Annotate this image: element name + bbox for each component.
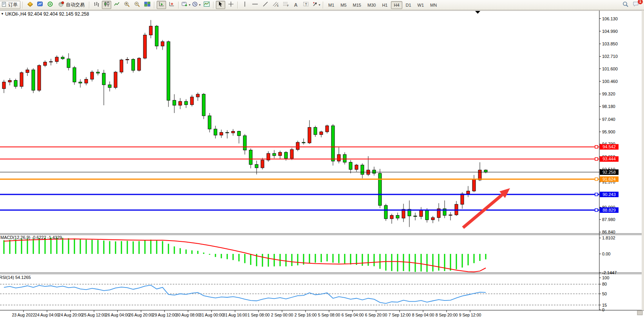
chart-title: ▼ UKOil-,H4 92.404 92.404 92.145 92.258 xyxy=(1,11,89,17)
svg-text:25 Aug 12:00: 25 Aug 12:00 xyxy=(82,313,106,317)
svg-text:1.8102: 1.8102 xyxy=(602,236,615,240)
horizontal-level-lines[interactable] xyxy=(0,146,599,212)
svg-text:93.444: 93.444 xyxy=(602,156,616,161)
auto-scroll-button[interactable] xyxy=(157,1,166,9)
svg-text:90.243: 90.243 xyxy=(602,192,616,197)
line-chart-mode-button[interactable] xyxy=(112,1,121,9)
chart-collapse-icon[interactable]: ▼ xyxy=(1,12,4,16)
rsi-pane: 1008050150 xyxy=(0,275,609,312)
zoom-in-button[interactable] xyxy=(122,1,132,9)
vertical-line-tool[interactable] xyxy=(240,1,250,9)
macd-values: -0.6222 -1.4329 xyxy=(31,235,62,240)
timeframe-MN[interactable]: MN xyxy=(427,1,440,9)
zoom-in-icon xyxy=(124,1,130,9)
horizontal-line-tool[interactable] xyxy=(250,1,260,9)
timeframe-switcher: M1M5M15M30H1H4D1W1MN xyxy=(325,1,440,9)
svg-text:26 Aug 04:00: 26 Aug 04:00 xyxy=(105,313,130,317)
indicators-button[interactable] xyxy=(202,1,211,9)
separator xyxy=(237,2,238,9)
arrows-tool[interactable]: ▾ xyxy=(311,1,321,9)
svg-text:2 Sep 16:00: 2 Sep 16:00 xyxy=(295,313,317,317)
svg-text:T: T xyxy=(305,2,307,6)
rsi-indicator-label: RSI(14) 54.1265 xyxy=(0,275,31,280)
svg-text:0.00: 0.00 xyxy=(602,252,610,256)
candlestick-icon xyxy=(104,1,110,9)
chart-shift-button[interactable] xyxy=(167,1,176,9)
text-icon: A xyxy=(294,2,298,8)
timeframe-M30[interactable]: M30 xyxy=(365,1,378,9)
svg-text:26 Aug 20:00: 26 Aug 20:00 xyxy=(129,313,153,317)
separator xyxy=(323,2,324,9)
chart-area[interactable]: 106.130104.990103.850102.710101.600100.4… xyxy=(0,0,644,320)
fibonacci-icon: F xyxy=(282,1,289,9)
chart-window-icon xyxy=(37,1,43,9)
macd-name: MACD(12,26,9) xyxy=(0,235,30,240)
svg-text:8 Sep 04:00: 8 Sep 04:00 xyxy=(412,313,434,317)
cursor-tool-button[interactable] xyxy=(216,1,225,9)
svg-text:92.258: 92.258 xyxy=(602,170,616,174)
trendline-tool[interactable] xyxy=(260,1,270,9)
svg-text:99.320: 99.320 xyxy=(602,92,615,96)
order-button[interactable]: 订单 xyxy=(0,1,20,9)
autotrading-icon xyxy=(58,1,64,9)
timeframe-W1[interactable]: W1 xyxy=(415,1,427,9)
svg-text:6 Sep 20:00: 6 Sep 20:00 xyxy=(365,313,387,317)
equidistant-channel-tool[interactable]: E xyxy=(271,1,280,9)
svg-text:30 Aug 08:00: 30 Aug 08:00 xyxy=(176,313,200,317)
price-axis: 106.130104.990103.850102.710101.600100.4… xyxy=(599,16,618,235)
svg-text:102.710: 102.710 xyxy=(602,54,618,59)
fibonacci-tool[interactable]: F xyxy=(281,1,290,9)
timeframe-M15[interactable]: M15 xyxy=(350,1,364,9)
svg-text:9 Sep 12:00: 9 Sep 12:00 xyxy=(459,313,481,317)
separator xyxy=(154,2,155,9)
new-order-button[interactable] xyxy=(25,1,34,9)
document-icon xyxy=(2,2,7,9)
timeframe-H1[interactable]: H1 xyxy=(379,1,390,9)
timeframe-M5[interactable]: M5 xyxy=(338,1,349,9)
autotrading-button[interactable]: 自动交易 xyxy=(56,1,87,9)
svg-text:100: 100 xyxy=(602,275,609,280)
text-tool[interactable]: A xyxy=(291,1,300,9)
search-icon xyxy=(622,1,629,9)
new-order-icon xyxy=(27,1,33,9)
new-chart-button[interactable]: ▾ xyxy=(181,1,191,9)
notifications-button[interactable]: 1 xyxy=(631,1,640,9)
cursor-icon xyxy=(218,1,223,9)
charts-window-button[interactable] xyxy=(35,1,45,9)
timeframe-M1[interactable]: M1 xyxy=(326,1,337,9)
svg-text:94.542: 94.542 xyxy=(602,144,616,149)
candlestick-mode-button[interactable] xyxy=(102,1,111,9)
svg-text:8 Sep 20:00: 8 Sep 20:00 xyxy=(436,313,458,317)
bar-chart-mode-button[interactable] xyxy=(92,1,101,9)
svg-text:97.040: 97.040 xyxy=(602,117,615,122)
svg-text:31 Aug 00:00: 31 Aug 00:00 xyxy=(199,313,224,317)
macd-indicator-label: MACD(12,26,9) -0.6222 -1.4329 xyxy=(0,235,62,240)
separator xyxy=(89,2,90,9)
chart-marker-triangle[interactable] xyxy=(475,11,480,14)
notification-badge: 1 xyxy=(638,0,643,4)
search-button[interactable] xyxy=(621,1,630,9)
text-label-icon: T xyxy=(303,1,309,9)
svg-text:106.130: 106.130 xyxy=(602,16,618,21)
svg-text:0: 0 xyxy=(602,307,604,312)
svg-text:5 Sep 08:00: 5 Sep 08:00 xyxy=(318,313,340,317)
tile-windows-button[interactable] xyxy=(143,1,152,9)
svg-text:88.829: 88.829 xyxy=(602,208,616,212)
time-axis: 23 Aug 202224 Aug 04:0024 Aug 20:0025 Au… xyxy=(12,310,481,317)
arrows-icon xyxy=(312,1,318,9)
navigator-button[interactable] xyxy=(45,1,55,9)
timeframe-H4[interactable]: H4 xyxy=(391,1,402,9)
tile-windows-icon xyxy=(144,1,150,9)
zoom-out-button[interactable] xyxy=(132,1,142,9)
separator xyxy=(22,2,23,9)
svg-text:29 Aug 12:00: 29 Aug 12:00 xyxy=(152,313,177,317)
clock-icon xyxy=(192,1,198,9)
crosshair-tool-button[interactable] xyxy=(226,1,235,9)
text-label-tool[interactable]: T xyxy=(301,1,311,9)
svg-text:24 Aug 04:00: 24 Aug 04:00 xyxy=(35,313,59,317)
macd-pane: 1.81020.00-2.1447 xyxy=(4,236,617,275)
timeframe-D1[interactable]: D1 xyxy=(403,1,414,9)
new-chart-icon xyxy=(181,1,188,9)
svg-text:-2.1447: -2.1447 xyxy=(602,270,617,275)
profiles-button[interactable]: ▾ xyxy=(192,1,201,9)
